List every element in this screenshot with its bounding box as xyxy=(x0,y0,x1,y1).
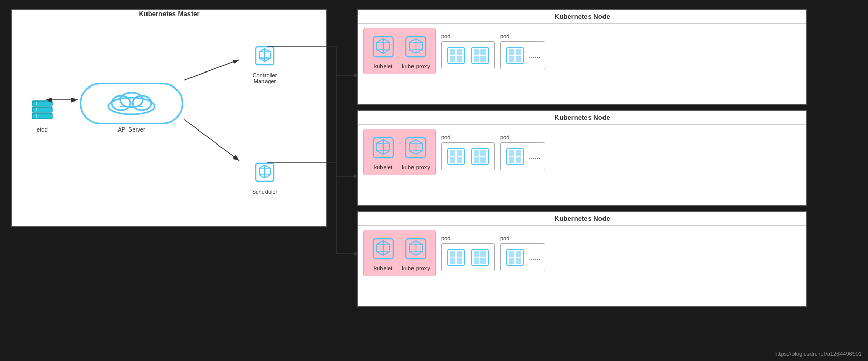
svg-rect-71 xyxy=(457,150,462,156)
svg-rect-105 xyxy=(509,251,514,257)
kubernetes-node-2: Kubernetes Node kubelet xyxy=(357,110,807,206)
node-3-pod-1-wrapper: pod xyxy=(441,235,495,271)
container-icon-1c xyxy=(505,45,525,66)
kube-proxy-icon-1 xyxy=(402,33,430,61)
node-3-content: kubelet kube-proxy pod xyxy=(358,226,806,280)
kubelet-label-3: kubelet xyxy=(374,265,392,271)
node-2-pod-1-wrapper: pod xyxy=(441,134,495,170)
kube-proxy-label-1: kube-proxy xyxy=(402,63,430,69)
svg-rect-56 xyxy=(516,49,521,55)
svg-rect-101 xyxy=(480,251,486,257)
node-1-pod-2-wrapper: pod ...... xyxy=(500,33,545,69)
master-title: Kubernetes Master xyxy=(135,10,203,18)
ellipsis-1: ...... xyxy=(528,51,540,60)
container-icon-3b xyxy=(469,247,490,268)
node-2-kubelet: kubelet xyxy=(369,134,398,170)
node-1-kubelet: kubelet xyxy=(369,33,398,69)
kubelet-icon-2 xyxy=(369,134,398,162)
kubelet-icon-3 xyxy=(369,235,398,263)
svg-rect-82 xyxy=(509,157,514,163)
svg-rect-83 xyxy=(516,157,521,163)
etcd-container: etcd xyxy=(28,96,56,133)
node-3-pod-1-box xyxy=(441,243,495,271)
api-server-icon xyxy=(100,90,163,118)
svg-point-9 xyxy=(120,93,143,107)
kube-proxy-label-2: kube-proxy xyxy=(402,164,430,170)
node-3-agent-box: kubelet kube-proxy xyxy=(363,230,436,276)
node-3-title: Kubernetes Node xyxy=(358,212,806,226)
scheduler-label: Scheduler xyxy=(252,189,278,195)
svg-rect-52 xyxy=(474,56,479,62)
node-2-pod-2-wrapper: pod ...... xyxy=(500,134,545,170)
svg-rect-75 xyxy=(474,150,479,156)
svg-rect-78 xyxy=(480,157,486,163)
svg-rect-107 xyxy=(509,258,514,264)
kube-proxy-icon-2 xyxy=(402,134,430,162)
node-3-pod-2-label: pod xyxy=(500,235,509,241)
svg-rect-46 xyxy=(457,49,462,55)
container-icon-3a xyxy=(446,247,466,268)
svg-rect-106 xyxy=(516,251,521,257)
node-3-kubelet: kubelet xyxy=(369,235,398,271)
svg-rect-0 xyxy=(32,113,52,119)
scheduler-icon xyxy=(251,158,279,186)
node-2-title: Kubernetes Node xyxy=(358,111,806,125)
kube-proxy-label-3: kube-proxy xyxy=(402,265,430,271)
svg-rect-73 xyxy=(457,157,462,163)
node-2-kube-proxy: kube-proxy xyxy=(402,134,430,170)
kubernetes-master-box: Kubernetes Master etcd xyxy=(11,9,327,227)
svg-rect-77 xyxy=(474,157,479,163)
svg-rect-70 xyxy=(450,150,455,156)
ellipsis-3: ...... xyxy=(528,253,540,262)
svg-rect-95 xyxy=(450,251,455,257)
svg-rect-55 xyxy=(509,49,514,55)
svg-rect-1 xyxy=(32,107,52,112)
svg-rect-58 xyxy=(516,56,521,62)
api-server-label: API Server xyxy=(117,126,145,133)
svg-rect-76 xyxy=(480,150,486,156)
svg-rect-47 xyxy=(450,56,455,62)
controller-manager-container: Controller Manager xyxy=(251,41,279,84)
svg-rect-108 xyxy=(516,258,521,264)
controller-manager-label: Controller Manager xyxy=(253,72,277,84)
container-icon-2c xyxy=(505,146,525,167)
node-3-pod-1-label: pod xyxy=(441,235,450,241)
ellipsis-2: ...... xyxy=(528,152,540,161)
svg-rect-102 xyxy=(474,258,479,264)
svg-rect-100 xyxy=(474,251,479,257)
node-1-title: Kubernetes Node xyxy=(358,10,806,24)
svg-rect-2 xyxy=(32,101,52,106)
svg-rect-96 xyxy=(457,251,462,257)
node-2-content: kubelet kube-proxy pod xyxy=(358,125,806,179)
kubelet-label-1: kubelet xyxy=(374,63,392,69)
container-icon-1b xyxy=(469,45,490,66)
node-1-pod-1-wrapper: pod xyxy=(441,33,495,69)
node-1-pod-2-box: ...... xyxy=(500,41,545,69)
kubernetes-node-1: Kubernetes Node kubelet xyxy=(357,9,807,105)
svg-rect-80 xyxy=(509,150,514,156)
svg-rect-48 xyxy=(457,56,462,62)
node-2-pod-1-box xyxy=(441,142,495,170)
kubelet-icon-1 xyxy=(369,33,398,61)
node-2-pod-2-box: ...... xyxy=(500,142,545,170)
svg-rect-81 xyxy=(516,150,521,156)
node-3-pod-2-wrapper: pod ...... xyxy=(500,235,545,271)
svg-rect-53 xyxy=(480,56,486,62)
container-icon-2a xyxy=(446,146,466,167)
node-1-pod-1-box xyxy=(441,41,495,69)
node-2-pod-2-label: pod xyxy=(500,134,509,140)
controller-manager-icon xyxy=(251,41,279,70)
svg-rect-51 xyxy=(480,49,486,55)
svg-rect-45 xyxy=(450,49,455,55)
node-1-agent-box: kubelet kube-proxy xyxy=(363,28,436,74)
kubernetes-node-3: Kubernetes Node kubelet xyxy=(357,211,807,307)
api-server-oval xyxy=(80,83,183,124)
container-icon-3c xyxy=(505,247,525,268)
api-server-container: API Server xyxy=(80,83,183,133)
kube-proxy-icon-3 xyxy=(402,235,430,263)
svg-rect-103 xyxy=(480,258,486,264)
node-3-pod-2-box: ...... xyxy=(500,243,545,271)
svg-rect-97 xyxy=(450,258,455,264)
node-3-kube-proxy: kube-proxy xyxy=(402,235,430,271)
container-icon-2b xyxy=(469,146,490,167)
